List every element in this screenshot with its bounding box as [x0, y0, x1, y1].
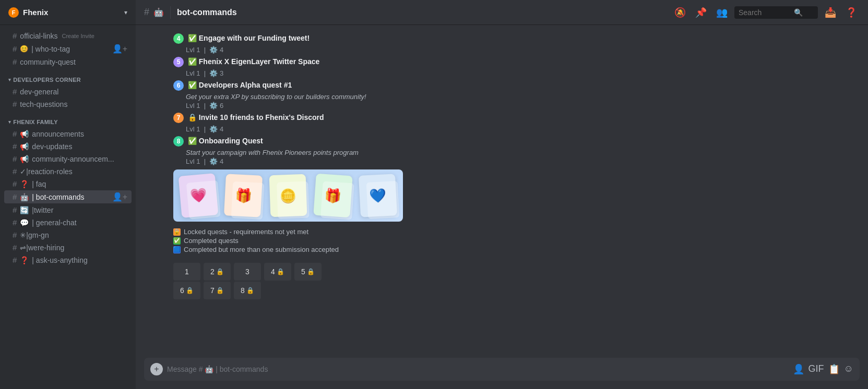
- channel-item-dev-updates[interactable]: # 📢 dev-updates: [4, 140, 132, 152]
- quest-legend: 🔒 Locked quests - requirements not yet m…: [173, 228, 868, 254]
- quest-item-5: 5 ✅ Fhenix X EigenLayer Twitter Space Lv…: [136, 57, 868, 77]
- legend-locked: 🔒 Locked quests - requirements not yet m…: [173, 228, 868, 236]
- create-invite-label[interactable]: Create Invite: [62, 33, 94, 39]
- quest-card-2: 🎁: [224, 174, 263, 217]
- quest-meta-5: Lvl 1 | ⚙️ 3: [186, 69, 860, 77]
- completed-dot: ✅: [173, 237, 181, 245]
- legend-completed-text: Completed quests: [184, 237, 239, 245]
- quest-status-6: ✅: [188, 81, 197, 89]
- quest-title-4: Engage with our Funding tweet!: [199, 34, 310, 42]
- channel-item-twitter[interactable]: # 🔄 |twitter: [4, 204, 132, 216]
- channel-item-who-to-tag[interactable]: # 😊 | who-to-tag 👤+: [4, 42, 132, 55]
- channel-item-community-announcements[interactable]: # 📢 community-announcem...: [4, 153, 132, 165]
- section-developers-corner[interactable]: DEVELOPERS CORNER: [0, 68, 136, 85]
- lock-icon-8: 🔒: [246, 287, 254, 294]
- message-input-area: + Message # 🤖 | bot-commands 👤 GIF 📋 ☺: [136, 358, 868, 389]
- pin-icon: 📌: [695, 7, 707, 18]
- emoji-picker-icon[interactable]: 👤: [793, 363, 804, 375]
- quest-item-4: 4 ✅ Engage with our Funding tweet! Lvl 1…: [136, 33, 868, 54]
- inbox-icon: 📥: [825, 7, 836, 18]
- channel-item-ask-us-anything[interactable]: # ❓ | ask-us-anything: [4, 254, 132, 266]
- quest-meta-8: Lvl 1 | ⚙️ 4: [186, 157, 860, 165]
- quest-item-7: 7 🔒 Invite 10 friends to Fhenix's Discor…: [136, 113, 868, 133]
- xp-icon-7: ⚙️: [209, 125, 218, 133]
- quest-btn-4[interactable]: 4 🔒: [264, 263, 291, 281]
- add-member-icon[interactable]: 👤+: [112, 44, 127, 54]
- channel-item-reaction-roles[interactable]: # ✓|reaction-roles: [4, 165, 132, 177]
- quest-desc-6: Get your extra XP by subscribing to our …: [186, 93, 860, 101]
- add-member-icon-bot[interactable]: 👤+: [112, 192, 127, 202]
- lock-icon-2: 🔒: [216, 268, 224, 275]
- sidebar: F Fhenix ▾ # official-links Create Invit…: [0, 0, 136, 389]
- message-placeholder[interactable]: Message # 🤖 | bot-commands: [167, 365, 789, 373]
- search-icon: 🔍: [794, 8, 803, 17]
- sticker-icon[interactable]: 📋: [828, 363, 840, 375]
- quest-number-4: 4: [173, 33, 184, 44]
- channel-item-were-hiring[interactable]: # ⇌|were-hiring: [4, 241, 132, 253]
- xp-icon-8: ⚙️: [209, 157, 218, 165]
- search-input[interactable]: [739, 8, 791, 17]
- quest-title-6: Developers Alpha quest #1: [199, 81, 292, 89]
- topbar: # 🤖 bot-commands 🔕 📌 👥 🔍 📥 ❓: [136, 0, 868, 25]
- hash-icon: #: [144, 7, 149, 18]
- expression-icon[interactable]: ☺: [844, 363, 853, 375]
- quest-banner: 💗 🎁 🪙 🎁 💙: [173, 169, 403, 222]
- message-actions: 👤 GIF 📋 ☺: [793, 363, 853, 375]
- lock-icon-6: 🔒: [186, 287, 194, 294]
- main-area: # 🤖 bot-commands 🔕 📌 👥 🔍 📥 ❓: [136, 0, 868, 389]
- bell-icon: 🔕: [674, 7, 686, 18]
- bot-icon: 🤖: [153, 7, 164, 17]
- quest-item-6: 6 ✅ Developers Alpha quest #1 Get your e…: [136, 80, 868, 110]
- quest-btn-1[interactable]: 1: [173, 263, 200, 281]
- quest-status-8: ✅: [188, 137, 197, 145]
- help-icon-btn[interactable]: ❓: [843, 4, 860, 21]
- quest-meta-6: Lvl 1 | ⚙️ 6: [186, 102, 860, 110]
- quest-status-5: ✅: [188, 57, 197, 66]
- quest-desc-8: Start your campaign with Fhenix Pioneers…: [186, 149, 860, 156]
- locked-dot: 🔒: [173, 228, 181, 236]
- quest-btn-6[interactable]: 6 🔒: [173, 282, 200, 299]
- message-input: + Message # 🤖 | bot-commands 👤 GIF 📋 ☺: [144, 358, 860, 381]
- inbox-icon-btn[interactable]: 📥: [822, 4, 839, 21]
- section-fhenix-family[interactable]: FHENIX FAMILY: [0, 111, 136, 127]
- channel-item-community-quest[interactable]: # community-quest: [4, 56, 132, 68]
- quest-title-8: Onboarding Quest: [199, 137, 263, 145]
- server-icon: F: [8, 7, 19, 18]
- quest-btn-5[interactable]: 5 🔒: [294, 263, 322, 281]
- channel-item-faq[interactable]: # ❓ | faq: [4, 178, 132, 190]
- legend-multi-text: Completed but more than one submission a…: [184, 246, 339, 253]
- quest-buttons-row1: 1 2 🔒 3 4 🔒 5 🔒: [173, 263, 868, 281]
- quest-btn-8[interactable]: 8 🔒: [234, 282, 261, 299]
- pin-icon-btn[interactable]: 📌: [693, 4, 709, 21]
- quest-number-6: 6: [173, 80, 184, 91]
- quest-btn-7[interactable]: 7 🔒: [204, 282, 231, 299]
- server-header[interactable]: F Fhenix ▾: [0, 0, 136, 25]
- quest-btn-2[interactable]: 2 🔒: [204, 263, 231, 281]
- topbar-title: bot-commands: [177, 8, 237, 17]
- quest-buttons-row2: 6 🔒 7 🔒 8 🔒: [173, 282, 868, 299]
- legend-locked-text: Locked quests - requirements not yet met: [184, 228, 308, 236]
- xp-icon-6: ⚙️: [209, 102, 218, 110]
- members-icon-btn[interactable]: 👥: [714, 4, 730, 21]
- add-attachment-button[interactable]: +: [150, 363, 163, 375]
- quest-number-5: 5: [173, 57, 184, 67]
- quest-card-4: 🎁: [313, 174, 352, 218]
- channel-item-official-links[interactable]: # official-links Create Invite: [4, 30, 132, 42]
- server-name: Fhenix: [23, 8, 48, 17]
- quest-btn-3[interactable]: 3: [234, 263, 261, 281]
- emoji-icon: 😊: [20, 45, 28, 53]
- xp-icon-4: ⚙️: [209, 46, 218, 54]
- channel-item-dev-general[interactable]: # dev-general: [4, 86, 132, 98]
- channel-item-gm-gn[interactable]: # ✳|gm-gn: [4, 229, 132, 241]
- lock-icon-7: 🔒: [216, 287, 224, 294]
- legend-completed: ✅ Completed quests: [173, 237, 868, 245]
- channel-item-announcements[interactable]: # 📢 announcements: [4, 128, 132, 140]
- messages-area[interactable]: 4 ✅ Engage with our Funding tweet! Lvl 1…: [136, 25, 868, 358]
- search-bar[interactable]: 🔍: [734, 6, 818, 19]
- lock-icon-4: 🔒: [277, 268, 284, 275]
- channel-item-bot-commands[interactable]: # 🤖 | bot-commands 👤+: [4, 190, 132, 203]
- bell-icon-btn[interactable]: 🔕: [672, 4, 688, 21]
- channel-item-tech-questions[interactable]: # tech-questions: [4, 98, 132, 110]
- channel-item-general-chat[interactable]: # 💬 | general-chat: [4, 216, 132, 228]
- gif-icon[interactable]: GIF: [808, 363, 824, 375]
